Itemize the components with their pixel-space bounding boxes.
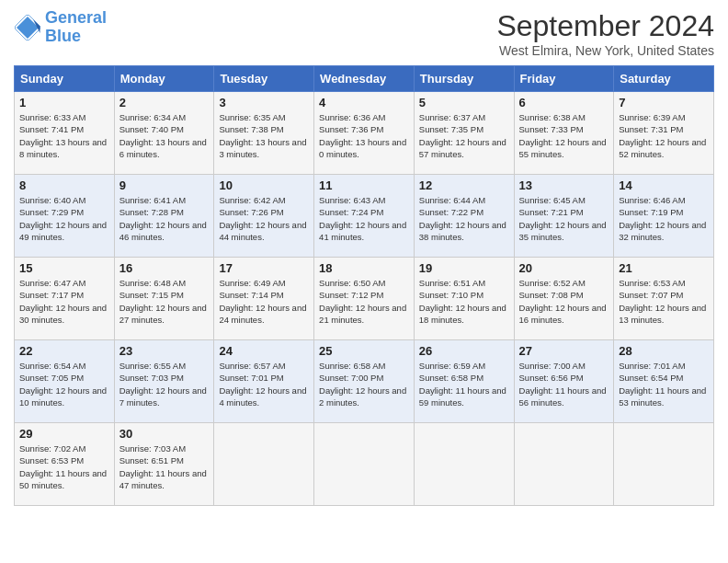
calendar-week-1: 1 Sunrise: 6:33 AM Sunset: 7:41 PM Dayli… [15,92,714,175]
day-number: 25 [319,344,409,358]
day-info: Sunrise: 6:55 AM Sunset: 7:03 PM Dayligh… [119,360,210,408]
day-info: Sunrise: 6:36 AM Sunset: 7:36 PM Dayligh… [319,111,409,160]
day-number: 10 [219,178,309,192]
day-number: 14 [619,178,709,192]
calendar-week-5: 29 Sunrise: 7:02 AM Sunset: 6:53 PM Dayl… [15,423,714,506]
day-number: 23 [119,344,210,358]
day-number: 30 [119,427,210,441]
calendar-cell: 20 Sunrise: 6:52 AM Sunset: 7:08 PM Dayl… [514,258,614,340]
day-info: Sunrise: 6:59 AM Sunset: 6:58 PM Dayligh… [419,360,509,408]
day-number: 22 [19,344,109,358]
day-number: 6 [519,96,609,109]
col-wednesday: Wednesday [314,66,415,92]
calendar-cell: 11 Sunrise: 6:43 AM Sunset: 7:24 PM Dayl… [314,175,415,258]
calendar-week-4: 22 Sunrise: 6:54 AM Sunset: 7:05 PM Dayl… [15,340,714,423]
day-number: 17 [219,261,309,275]
col-tuesday: Tuesday [214,66,314,92]
day-info: Sunrise: 6:51 AM Sunset: 7:10 PM Dayligh… [419,277,509,326]
day-info: Sunrise: 6:33 AM Sunset: 7:41 PM Dayligh… [19,111,109,160]
day-number: 3 [219,96,309,109]
logo: General Blue [14,9,107,46]
day-info: Sunrise: 6:45 AM Sunset: 7:21 PM Dayligh… [519,194,609,243]
col-monday: Monday [114,66,214,92]
calendar-cell: 5 Sunrise: 6:37 AM Sunset: 7:35 PM Dayli… [414,92,514,175]
calendar-cell: 28 Sunrise: 7:01 AM Sunset: 6:54 PM Dayl… [614,340,714,423]
calendar-cell: 12 Sunrise: 6:44 AM Sunset: 7:22 PM Dayl… [414,175,514,258]
title-section: September 2024 West Elmira, New York, Un… [496,9,714,58]
calendar-cell: 17 Sunrise: 6:49 AM Sunset: 7:14 PM Dayl… [214,258,314,340]
day-number: 29 [19,427,109,441]
calendar-table: Sunday Monday Tuesday Wednesday Thursday… [14,65,714,506]
day-number: 27 [519,344,609,358]
day-info: Sunrise: 6:49 AM Sunset: 7:14 PM Dayligh… [219,277,309,326]
calendar-cell: 9 Sunrise: 6:41 AM Sunset: 7:28 PM Dayli… [114,175,214,258]
calendar-cell: 15 Sunrise: 6:47 AM Sunset: 7:17 PM Dayl… [15,258,115,340]
calendar-cell: 3 Sunrise: 6:35 AM Sunset: 7:38 PM Dayli… [214,92,314,175]
day-number: 13 [519,178,609,192]
day-info: Sunrise: 6:43 AM Sunset: 7:24 PM Dayligh… [319,194,409,243]
day-info: Sunrise: 6:42 AM Sunset: 7:26 PM Dayligh… [219,194,309,243]
page-header: General Blue September 2024 West Elmira,… [14,9,714,58]
calendar-cell: 18 Sunrise: 6:50 AM Sunset: 7:12 PM Dayl… [314,258,415,340]
calendar-cell: 29 Sunrise: 7:02 AM Sunset: 6:53 PM Dayl… [15,423,115,506]
calendar-cell [614,423,714,506]
calendar-cell: 10 Sunrise: 6:42 AM Sunset: 7:26 PM Dayl… [214,175,314,258]
calendar-cell [314,423,415,506]
day-number: 24 [219,344,309,358]
col-sunday: Sunday [15,66,115,92]
day-info: Sunrise: 6:52 AM Sunset: 7:08 PM Dayligh… [519,277,609,326]
day-number: 19 [419,261,509,275]
day-number: 28 [619,344,709,358]
day-info: Sunrise: 7:00 AM Sunset: 6:56 PM Dayligh… [519,360,609,408]
calendar-week-3: 15 Sunrise: 6:47 AM Sunset: 7:17 PM Dayl… [15,258,714,340]
svg-marker-0 [17,17,39,39]
day-number: 15 [19,261,109,275]
day-info: Sunrise: 6:44 AM Sunset: 7:22 PM Dayligh… [419,194,509,243]
day-number: 9 [119,178,210,192]
calendar-cell: 7 Sunrise: 6:39 AM Sunset: 7:31 PM Dayli… [614,92,714,175]
calendar-cell: 13 Sunrise: 6:45 AM Sunset: 7:21 PM Dayl… [514,175,614,258]
day-info: Sunrise: 6:58 AM Sunset: 7:00 PM Dayligh… [319,360,409,408]
day-number: 26 [419,344,509,358]
calendar-cell: 1 Sunrise: 6:33 AM Sunset: 7:41 PM Dayli… [15,92,115,175]
day-number: 21 [619,261,709,275]
day-info: Sunrise: 6:54 AM Sunset: 7:05 PM Dayligh… [19,360,109,408]
calendar-cell: 2 Sunrise: 6:34 AM Sunset: 7:40 PM Dayli… [114,92,214,175]
day-number: 12 [419,178,509,192]
month-title: September 2024 [496,9,714,43]
day-info: Sunrise: 6:41 AM Sunset: 7:28 PM Dayligh… [119,194,210,243]
day-info: Sunrise: 7:02 AM Sunset: 6:53 PM Dayligh… [19,442,109,491]
day-info: Sunrise: 7:03 AM Sunset: 6:51 PM Dayligh… [119,442,210,491]
calendar-cell [414,423,514,506]
calendar-cell: 8 Sunrise: 6:40 AM Sunset: 7:29 PM Dayli… [15,175,115,258]
day-number: 18 [319,261,409,275]
calendar-header-row: Sunday Monday Tuesday Wednesday Thursday… [15,66,714,92]
calendar-week-2: 8 Sunrise: 6:40 AM Sunset: 7:29 PM Dayli… [15,175,714,258]
day-info: Sunrise: 6:35 AM Sunset: 7:38 PM Dayligh… [219,111,309,160]
day-info: Sunrise: 6:57 AM Sunset: 7:01 PM Dayligh… [219,360,309,408]
day-number: 20 [519,261,609,275]
day-number: 4 [319,96,409,109]
col-thursday: Thursday [414,66,514,92]
day-info: Sunrise: 6:47 AM Sunset: 7:17 PM Dayligh… [19,277,109,326]
day-info: Sunrise: 6:53 AM Sunset: 7:07 PM Dayligh… [619,277,709,326]
day-info: Sunrise: 6:50 AM Sunset: 7:12 PM Dayligh… [319,277,409,326]
calendar-cell: 26 Sunrise: 6:59 AM Sunset: 6:58 PM Dayl… [414,340,514,423]
day-number: 1 [19,96,109,109]
calendar-cell: 24 Sunrise: 6:57 AM Sunset: 7:01 PM Dayl… [214,340,314,423]
calendar-cell: 23 Sunrise: 6:55 AM Sunset: 7:03 PM Dayl… [114,340,214,423]
calendar-cell: 30 Sunrise: 7:03 AM Sunset: 6:51 PM Dayl… [114,423,214,506]
calendar-cell: 19 Sunrise: 6:51 AM Sunset: 7:10 PM Dayl… [414,258,514,340]
day-number: 16 [119,261,210,275]
calendar-cell: 6 Sunrise: 6:38 AM Sunset: 7:33 PM Dayli… [514,92,614,175]
calendar-cell [214,423,314,506]
day-number: 2 [119,96,210,109]
day-number: 11 [319,178,409,192]
day-number: 7 [619,96,709,109]
calendar-cell: 25 Sunrise: 6:58 AM Sunset: 7:00 PM Dayl… [314,340,415,423]
location: West Elmira, New York, United States [496,43,714,58]
day-info: Sunrise: 6:37 AM Sunset: 7:35 PM Dayligh… [419,111,509,160]
day-info: Sunrise: 6:46 AM Sunset: 7:19 PM Dayligh… [619,194,709,243]
day-number: 8 [19,178,109,192]
calendar-cell: 16 Sunrise: 6:48 AM Sunset: 7:15 PM Dayl… [114,258,214,340]
